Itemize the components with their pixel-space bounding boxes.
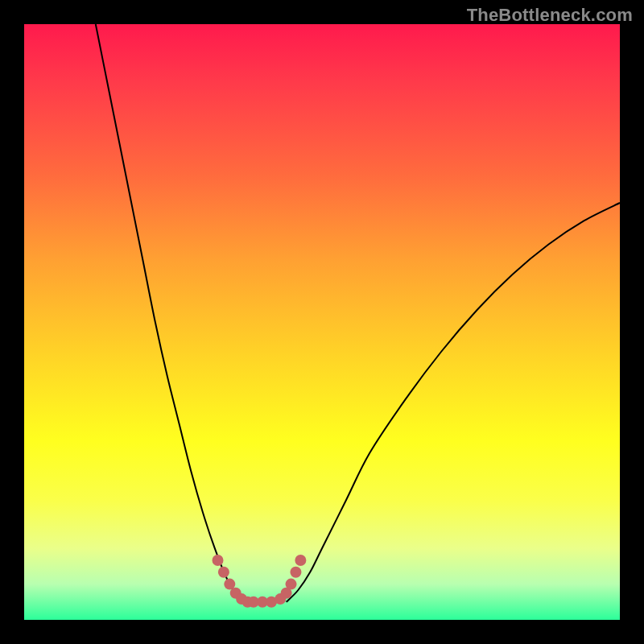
highlight-dot <box>290 567 301 578</box>
chart-svg <box>24 24 620 620</box>
curves-group <box>96 24 620 602</box>
curve-right-curve <box>287 203 620 602</box>
highlight-dot <box>295 555 306 566</box>
highlight-dots-group <box>213 555 307 608</box>
chart-frame <box>24 24 620 620</box>
watermark-text: TheBottleneck.com <box>467 5 633 26</box>
curve-left-curve <box>96 24 250 602</box>
highlight-dot <box>213 555 224 566</box>
highlight-dot <box>218 567 229 578</box>
highlight-dot <box>286 579 297 590</box>
